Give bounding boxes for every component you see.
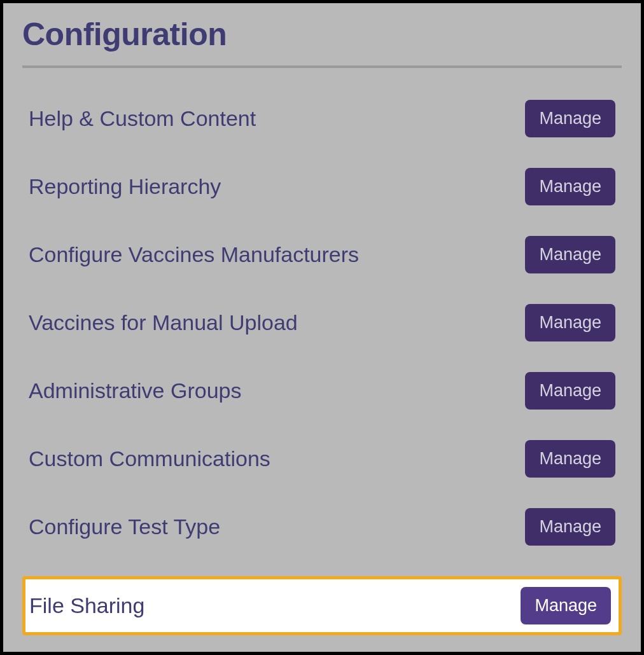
manage-button-administrative-groups[interactable]: Manage <box>525 372 615 410</box>
configuration-panel: Configuration Help & Custom Content Mana… <box>3 3 641 648</box>
config-row-reporting-hierarchy: Reporting Hierarchy Manage <box>29 168 615 205</box>
config-label: Configure Test Type <box>29 514 220 539</box>
config-label: Reporting Hierarchy <box>29 174 221 199</box>
page-title: Configuration <box>22 16 622 53</box>
config-row-custom-communications: Custom Communications Manage <box>29 440 615 478</box>
manage-button-custom-communications[interactable]: Manage <box>525 440 615 478</box>
config-label: Administrative Groups <box>29 378 241 403</box>
manage-button-help-custom-content[interactable]: Manage <box>525 100 615 137</box>
manage-button-vaccines-manual-upload[interactable]: Manage <box>525 304 615 341</box>
config-row-file-sharing: File Sharing Manage <box>22 576 622 635</box>
config-list: Help & Custom Content Manage Reporting H… <box>22 100 622 635</box>
config-label: Vaccines for Manual Upload <box>29 310 298 335</box>
divider <box>22 66 622 68</box>
config-label: Custom Communications <box>29 446 270 471</box>
config-row-vaccines-manual-upload: Vaccines for Manual Upload Manage <box>29 304 615 341</box>
manage-button-configure-test-type[interactable]: Manage <box>525 508 615 546</box>
manage-button-configure-vaccines-manufacturers[interactable]: Manage <box>525 236 615 273</box>
config-row-administrative-groups: Administrative Groups Manage <box>29 372 615 410</box>
manage-button-file-sharing[interactable]: Manage <box>521 587 611 624</box>
manage-button-reporting-hierarchy[interactable]: Manage <box>525 168 615 205</box>
config-row-configure-vaccines-manufacturers: Configure Vaccines Manufacturers Manage <box>29 236 615 273</box>
config-label: File Sharing <box>25 593 144 618</box>
config-label: Configure Vaccines Manufacturers <box>29 242 359 267</box>
config-row-configure-test-type: Configure Test Type Manage <box>29 508 615 546</box>
config-label: Help & Custom Content <box>29 106 256 131</box>
config-row-help-custom-content: Help & Custom Content Manage <box>29 100 615 137</box>
